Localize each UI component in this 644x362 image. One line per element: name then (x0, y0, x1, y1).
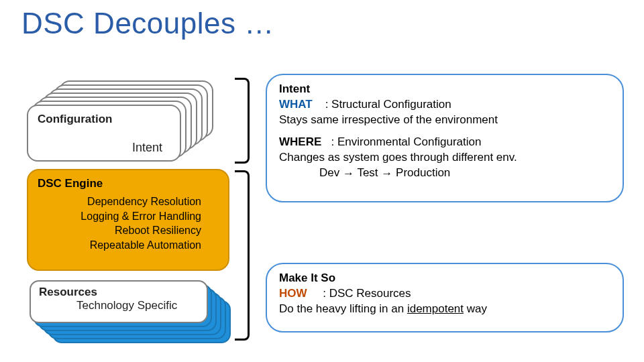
resources-subtitle: Technology Specific (39, 299, 199, 312)
intent-where-line2: Changes as system goes through different… (279, 150, 610, 166)
makeitso-how-line: HOW : DSC Resources (279, 286, 610, 302)
dsc-engine-title: DSC Engine (38, 177, 219, 190)
resources-card-front: Resources Technology Specific (30, 280, 208, 323)
how-line2b: idempotent (407, 302, 464, 315)
configuration-intent-label: Intent (132, 141, 162, 155)
intent-what-line2: Stays same irrespective of the environme… (279, 113, 610, 128)
how-desc: : DSC Resources (323, 287, 411, 300)
engine-line: Dependency Resolution (38, 194, 201, 209)
what-desc: : Structural Configuration (325, 98, 451, 111)
where-key: WHERE (279, 135, 321, 148)
dsc-engine-lines: Dependency Resolution Logging & Error Ha… (38, 194, 219, 252)
resources-label: Resources (39, 286, 199, 299)
resources-stack: Resources Technology Specific (30, 280, 237, 347)
chain-test: Test (357, 166, 378, 179)
bracket-bottom-icon (235, 170, 250, 341)
dsc-engine-box: DSC Engine Dependency Resolution Logging… (27, 169, 229, 271)
chain-prod: Production (396, 166, 450, 179)
intent-where-chain: Dev → Test → Production (279, 166, 610, 181)
slide-title: DSC Decouples … (21, 7, 274, 40)
configuration-card-front: Configuration Intent (27, 105, 181, 162)
makeitso-header: Make It So (279, 271, 610, 286)
chain-dev: Dev (319, 166, 339, 179)
intent-bubble: Intent WHAT : Structural Configuration S… (266, 74, 624, 202)
engine-line: Repeatable Automation (38, 238, 201, 253)
configuration-stack: Configuration Intent (27, 80, 215, 161)
intent-where-line: WHERE : Environmental Configuration (279, 135, 610, 150)
how-line2c: way (464, 302, 487, 315)
arrow-right-icon: → (343, 166, 354, 182)
arrow-right-icon: → (381, 166, 392, 182)
how-key: HOW (279, 287, 307, 300)
makeitso-bubble: Make It So HOW : DSC Resources Do the he… (266, 263, 624, 333)
how-line2a: Do the heavy lifting in an (279, 302, 407, 315)
what-key: WHAT (279, 98, 313, 111)
intent-header: Intent (279, 82, 610, 97)
engine-line: Reboot Resiliency (38, 223, 201, 238)
bracket-top-icon (235, 78, 250, 164)
makeitso-how-line2: Do the heavy lifting in an idempotent wa… (279, 302, 610, 317)
configuration-label: Configuration (38, 113, 170, 126)
where-desc: : Environmental Configuration (331, 135, 481, 148)
engine-line: Logging & Error Handling (38, 209, 201, 224)
intent-what-line: WHAT : Structural Configuration (279, 97, 610, 113)
slide: DSC Decouples … Configuration Intent DSC… (0, 0, 644, 362)
